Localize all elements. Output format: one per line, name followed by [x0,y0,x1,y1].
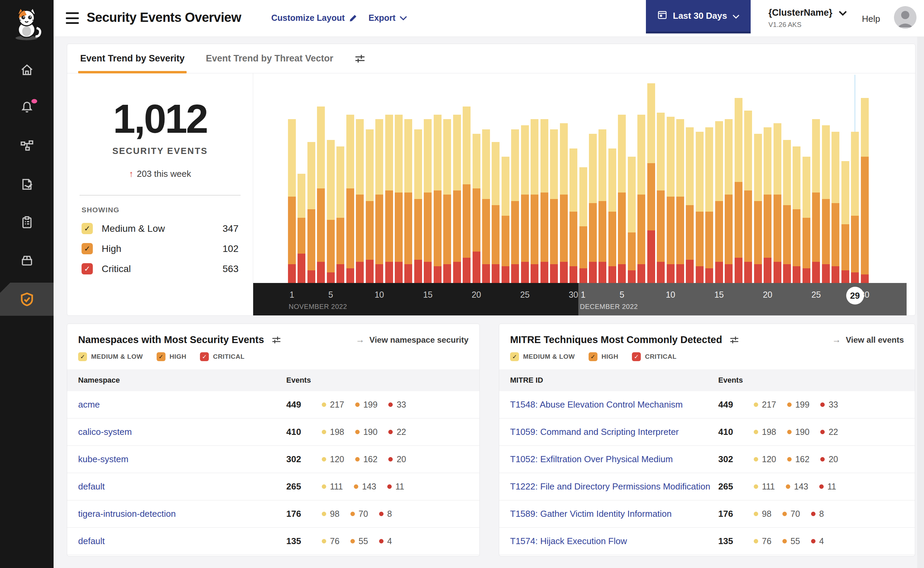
row-link[interactable]: tigera-intrusion-detection [78,509,176,519]
severity-checkbox[interactable] [157,352,166,361]
sidebar-item-alerts[interactable] [0,97,54,118]
chart-bar[interactable] [861,98,869,283]
chart-bar[interactable] [608,148,616,283]
chart-bar[interactable] [414,129,422,283]
row-link[interactable]: T1222: File and Directory Permissions Mo… [510,481,710,491]
severity-filter-1[interactable]: High102 [81,243,238,254]
chart-bar[interactable] [502,157,509,283]
chart-bar[interactable] [579,167,587,283]
hamburger-menu-icon[interactable] [66,12,79,24]
row-link[interactable]: kube-system [78,454,128,464]
sidebar-item-home[interactable] [0,60,54,80]
chart-bar[interactable] [375,119,383,283]
chart-bar[interactable] [744,110,752,283]
chart-bar[interactable] [297,174,305,283]
chart-bar[interactable] [802,157,810,283]
chart-bar[interactable] [511,129,519,283]
chart-bar[interactable] [725,119,733,283]
chart-bar[interactable] [638,115,645,283]
chart-bar[interactable] [492,142,499,283]
chart-bar[interactable] [589,134,597,283]
severity-checkbox[interactable] [200,352,209,361]
chart-bar[interactable] [395,115,402,283]
filter-chip-2[interactable]: CRITICAL [632,352,677,361]
chart-bar[interactable] [356,119,364,283]
chart-bar[interactable] [404,119,412,283]
chart-bar[interactable] [434,115,442,283]
severity-checkbox[interactable] [81,263,93,275]
help-link[interactable]: Help [862,14,880,24]
chart-bar[interactable] [366,129,374,283]
export-button[interactable]: Export [368,13,407,23]
sidebar-item-service-graph[interactable] [0,136,54,156]
chart-bar[interactable] [773,123,781,283]
chart-bar[interactable] [346,115,354,283]
row-link[interactable]: T1052: Exfiltration Over Physical Medium [510,454,673,464]
severity-checkbox[interactable] [632,352,641,361]
chart-bar[interactable] [618,115,626,283]
chart-bar[interactable] [288,119,296,283]
tab-event-trend-by-threat-vector[interactable]: Event Trend by Threat Vector [206,44,333,73]
calico-cat-logo[interactable] [9,6,44,42]
severity-filter-0[interactable]: Medium & Low347 [81,223,238,234]
severity-checkbox[interactable] [81,243,93,254]
chart-bar[interactable] [657,113,665,283]
chart-bar[interactable] [521,125,529,283]
severity-checkbox[interactable] [81,223,93,234]
chart-bar[interactable] [686,127,694,283]
page-scrollbar[interactable] [917,0,924,568]
chart-bar[interactable] [676,119,684,283]
severity-checkbox[interactable] [510,352,519,361]
chart-bar[interactable] [385,115,393,283]
chart-bar[interactable] [327,140,335,283]
chart-bar[interactable] [705,127,713,283]
chart-bar[interactable] [531,119,538,283]
chart-bar[interactable] [715,121,723,283]
chart-bar[interactable] [783,140,791,283]
customize-layout-button[interactable]: Customize Layout [271,13,357,23]
sidebar-item-threat-defense[interactable] [0,282,54,316]
chart-bar[interactable] [851,132,859,283]
chart-bar[interactable] [424,119,432,283]
chart-bar[interactable] [550,129,558,283]
chart-bar[interactable] [764,127,772,283]
view-namespace-security-link[interactable]: → View namespace security [356,334,469,345]
chart-bar[interactable] [443,119,451,283]
row-link[interactable]: T1548: Abuse Elevation Control Mechanism [510,399,683,409]
chart-bar[interactable] [628,157,636,283]
chart-bar[interactable] [336,147,344,283]
chart-bar[interactable] [793,147,800,283]
row-link[interactable]: calico-system [78,427,132,437]
filter-chip-0[interactable]: MEDIUM & LOW [510,352,575,361]
chart-bar[interactable] [473,134,481,283]
cluster-selector[interactable]: {ClusterName} V1.26 AKS [769,8,847,29]
row-link[interactable]: T1574: Hijack Execution Flow [510,536,627,546]
sidebar-item-manage[interactable] [0,250,54,270]
chart-bar[interactable] [317,107,325,283]
panel-settings-icon[interactable] [271,335,281,345]
chart-bar[interactable] [598,129,606,283]
date-range-button[interactable]: Last 30 Days [646,0,751,33]
filter-chip-1[interactable]: HIGH [157,352,187,361]
filter-chip-2[interactable]: CRITICAL [200,352,245,361]
view-all-events-link[interactable]: → View all events [832,334,904,345]
filter-chip-0[interactable]: MEDIUM & LOW [78,352,143,361]
chart-bar[interactable] [812,119,820,283]
selected-day-badge[interactable]: 29 [846,287,864,305]
chart-settings-icon[interactable] [354,53,365,64]
filter-chip-1[interactable]: HIGH [589,352,619,361]
row-link[interactable]: default [78,536,105,546]
chart-bar[interactable] [735,98,743,283]
chart-bar[interactable] [667,117,675,283]
severity-checkbox[interactable] [589,352,597,361]
user-avatar[interactable] [894,6,916,29]
chart-bar[interactable] [647,83,655,283]
chart-bar[interactable] [570,148,577,283]
row-link[interactable]: T1589: Gather Victim Identity Informatio… [510,509,672,519]
chart-bar[interactable] [754,134,762,283]
severity-filter-2[interactable]: Critical563 [81,263,238,275]
chart-bar[interactable] [696,132,704,283]
tab-event-trend-by-severity[interactable]: Event Trend by Severity [80,44,185,73]
chart-bar[interactable] [463,107,470,283]
chart-bar[interactable] [832,132,840,283]
